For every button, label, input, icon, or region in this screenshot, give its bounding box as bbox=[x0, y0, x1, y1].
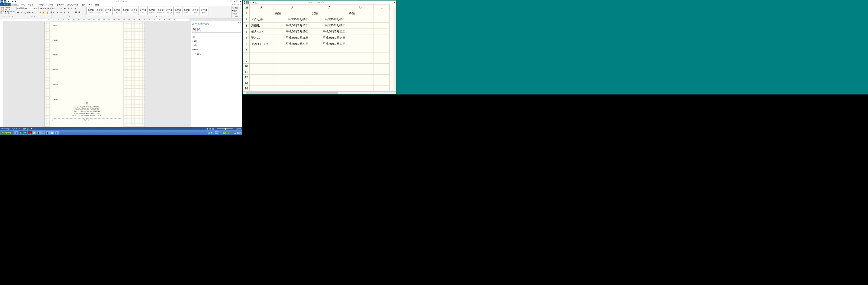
copy-button[interactable]: ⎘ コピー bbox=[5, 9, 15, 10]
cell[interactable] bbox=[374, 75, 390, 80]
align-left-icon[interactable]: ≡ bbox=[52, 10, 55, 14]
taskbar-word-icon[interactable]: W bbox=[23, 131, 28, 135]
cell[interactable] bbox=[273, 64, 310, 69]
row-header[interactable]: 5 bbox=[243, 35, 250, 41]
taskbar-media-icon[interactable]: ▶ bbox=[37, 131, 41, 135]
tab-design[interactable]: デザイン bbox=[26, 3, 37, 6]
redo-icon[interactable]: ↷ bbox=[252, 1, 254, 4]
qat-customize-icon[interactable]: ▾ bbox=[14, 0, 17, 3]
cell[interactable] bbox=[374, 64, 390, 69]
cell[interactable] bbox=[273, 75, 310, 80]
tab-references[interactable]: 参考資料 bbox=[55, 3, 66, 6]
cell[interactable] bbox=[347, 47, 374, 52]
tab-insert[interactable]: 挿入 bbox=[19, 3, 26, 6]
excel-close-icon[interactable]: × bbox=[394, 1, 395, 4]
undo-icon[interactable]: ↶ bbox=[7, 0, 10, 3]
network-icon[interactable]: ▬ bbox=[234, 132, 236, 134]
cell[interactable] bbox=[347, 29, 374, 35]
col-header-b[interactable]: B bbox=[273, 4, 310, 10]
cell[interactable] bbox=[374, 69, 390, 75]
style-gallery[interactable]: あア亜↵ 標準あア亜↵ 行間詰めあア亜見出し 1あア亜見出し 2あア亜表題あア亜… bbox=[86, 7, 209, 15]
taskbar-acrobat-icon[interactable]: A bbox=[28, 131, 32, 135]
cell[interactable] bbox=[347, 35, 374, 41]
tray-icon[interactable]: ☁ bbox=[219, 132, 221, 134]
superscript-icon[interactable]: x² bbox=[35, 10, 38, 14]
effect-glow[interactable]: 光彩 bbox=[192, 43, 241, 47]
highlight-icon[interactable]: ab bbox=[42, 10, 45, 14]
style-item[interactable]: あア亜強調斜体 bbox=[147, 7, 156, 15]
style-item[interactable]: あア亜参照 bbox=[191, 7, 200, 15]
row-header[interactable]: 1 bbox=[243, 10, 250, 16]
zoom-out-icon[interactable]: − bbox=[215, 128, 216, 130]
font-name-select[interactable] bbox=[17, 7, 32, 10]
taskbar-excel-icon[interactable]: X bbox=[19, 131, 23, 135]
style-item[interactable]: あア亜↵ 標準 bbox=[86, 7, 95, 15]
taskbar-app-icon[interactable]: ⊞ bbox=[55, 131, 59, 135]
taskbar-explorer-icon[interactable]: 📁 bbox=[32, 131, 36, 135]
row-header[interactable]: 3 bbox=[243, 23, 250, 29]
minimize-icon[interactable]: − bbox=[234, 0, 235, 3]
data-grid[interactable]: ◢ A B C D E 1 高値 安値 終値 2 エクセル 平成30年2月9日 … bbox=[243, 4, 390, 91]
cell[interactable] bbox=[374, 41, 390, 47]
font-size-select[interactable] bbox=[33, 7, 38, 10]
tray-caps-icon[interactable]: CAPSKANA bbox=[215, 131, 219, 134]
cell[interactable] bbox=[250, 80, 273, 86]
multilevel-icon[interactable]: ☷ bbox=[59, 7, 63, 10]
cell[interactable] bbox=[310, 52, 347, 58]
cell[interactable]: 方眼紙 bbox=[250, 23, 273, 29]
cell[interactable] bbox=[374, 16, 390, 23]
shading-icon[interactable]: ▦ bbox=[74, 10, 78, 14]
cell[interactable]: 平成30年2月17日 bbox=[310, 41, 347, 47]
align-right-icon[interactable]: ≡ bbox=[59, 10, 63, 14]
row-header[interactable]: 4 bbox=[243, 29, 250, 35]
row-header[interactable]: 9 bbox=[243, 58, 250, 64]
cell[interactable] bbox=[347, 80, 374, 86]
cell[interactable] bbox=[374, 52, 390, 58]
language-status[interactable]: 日本語 bbox=[23, 128, 29, 130]
text-outline-icon[interactable]: A bbox=[197, 28, 201, 31]
borders-icon[interactable]: ▦ bbox=[78, 10, 81, 14]
cell[interactable] bbox=[374, 23, 390, 29]
bold-icon[interactable]: B bbox=[17, 10, 20, 14]
row-header[interactable]: 2 bbox=[243, 16, 250, 23]
spreadsheet-area[interactable]: ◢ A B C D E 1 高値 安値 終値 2 エクセル 平成30年2月9日 … bbox=[243, 4, 396, 91]
change-case-icon[interactable]: Aa bbox=[46, 7, 50, 10]
taskbar-ie-icon[interactable]: e bbox=[14, 131, 19, 135]
zoom-in-icon[interactable]: + bbox=[234, 128, 235, 130]
find-button[interactable]: 🔍 検索 bbox=[232, 7, 238, 9]
document-page[interactable]: M33.1.1 M33.1.0 M33.1.0 M33.1.0 M33.1.0 … bbox=[44, 22, 145, 127]
cell[interactable] bbox=[273, 52, 310, 58]
help-icon[interactable]: ? bbox=[227, 0, 228, 3]
clock[interactable]: 19:41 bbox=[237, 132, 242, 134]
line-spacing-icon[interactable]: ↕ bbox=[70, 10, 74, 14]
cell[interactable]: 平成30年2月18日 bbox=[273, 35, 310, 41]
close-icon[interactable]: × bbox=[240, 0, 241, 3]
cell[interactable] bbox=[310, 47, 347, 52]
cell[interactable]: 皆さん bbox=[250, 35, 273, 41]
style-item[interactable]: あア亜強調太字 bbox=[165, 7, 174, 15]
save-icon[interactable]: 💾 bbox=[246, 1, 249, 4]
volume-icon[interactable]: 🔊 bbox=[231, 132, 234, 134]
decrease-font-icon[interactable]: A▾ bbox=[43, 7, 46, 10]
web-layout-icon[interactable]: ▥ bbox=[212, 128, 214, 130]
cell[interactable]: 平成30年2月5日 bbox=[310, 16, 347, 23]
cell[interactable]: 平成30年2月8日 bbox=[310, 23, 347, 29]
tab-home[interactable]: ホーム bbox=[10, 3, 19, 6]
cell[interactable] bbox=[347, 69, 374, 75]
style-item[interactable]: あア亜↵ 行間詰め bbox=[95, 7, 104, 15]
cell[interactable]: 平成30年2月15日 bbox=[273, 29, 310, 35]
numbering-icon[interactable]: ☷ bbox=[56, 7, 59, 10]
cell[interactable]: 平成30年2月9日 bbox=[273, 16, 310, 23]
cell[interactable]: 平成30年2月11日 bbox=[310, 29, 347, 35]
battery-indicator[interactable]: 100% ⚡ bbox=[222, 132, 230, 134]
bullets-icon[interactable]: ☰ bbox=[52, 7, 55, 10]
cell[interactable] bbox=[347, 41, 374, 47]
cell[interactable] bbox=[310, 69, 347, 75]
increase-indent-icon[interactable]: ⇥ bbox=[67, 7, 70, 10]
style-item[interactable]: あア亜斜体 bbox=[139, 7, 147, 15]
style-item[interactable]: あア亜表題 bbox=[121, 7, 130, 15]
cell[interactable]: 終値 bbox=[347, 10, 374, 16]
cell[interactable] bbox=[310, 58, 347, 64]
cell[interactable] bbox=[347, 16, 374, 23]
row-header[interactable]: 13 bbox=[243, 80, 250, 86]
